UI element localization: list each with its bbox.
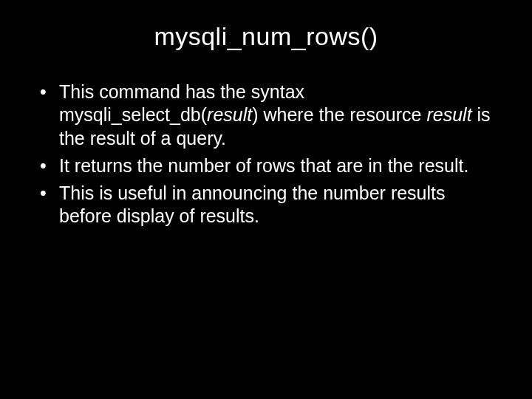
bullet-arg: result — [207, 104, 252, 125]
bullet-text: This is useful in announcing the number … — [59, 183, 446, 226]
list-item: This command has the syntax mysqli_selec… — [37, 81, 502, 150]
slide-title: mysqli_num_rows() — [30, 22, 502, 51]
bullet-list: This command has the syntax mysqli_selec… — [37, 81, 502, 228]
list-item: This is useful in announcing the number … — [37, 182, 502, 228]
bullet-text: ) where the resource — [252, 104, 426, 125]
list-item: It returns the number of rows that are i… — [37, 154, 502, 177]
slide: mysqli_num_rows() This command has the s… — [0, 0, 532, 399]
bullet-arg: result — [426, 104, 471, 125]
bullet-text: It returns the number of rows that are i… — [59, 155, 468, 176]
